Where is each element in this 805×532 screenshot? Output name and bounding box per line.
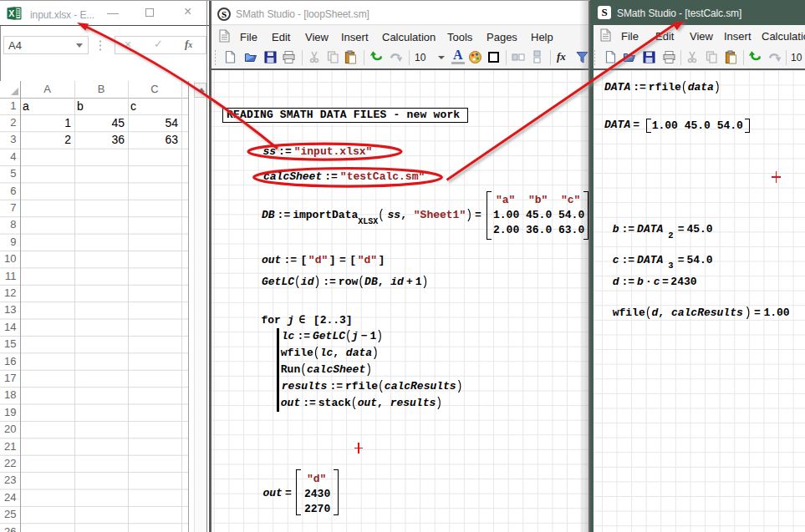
svg-text:X: X <box>8 8 14 18</box>
